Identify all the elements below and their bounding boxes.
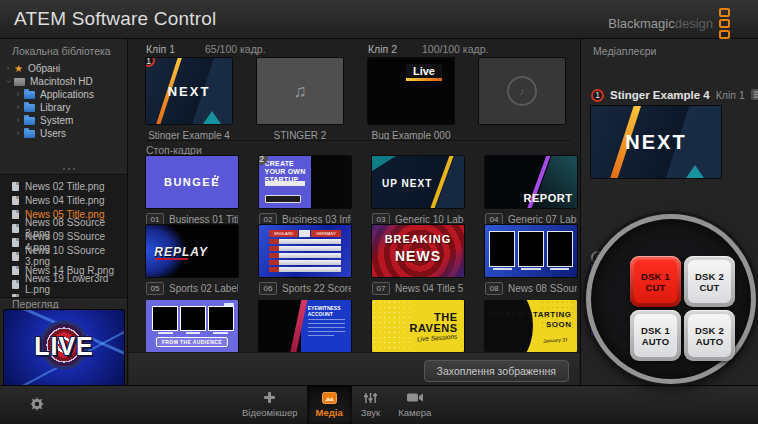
player-menu-icon[interactable] <box>751 86 758 104</box>
media-players-title: Медіаплеєри <box>593 45 657 57</box>
app-title: ATEM Software Control <box>14 8 216 30</box>
chevron-right-icon[interactable]: › <box>14 114 22 127</box>
camera-icon <box>407 391 423 404</box>
gear-icon[interactable] <box>30 397 44 415</box>
still-07[interactable]: BREAKING NEWS 07 News 04 Title 5 <box>372 225 464 294</box>
live-text: LIVE <box>4 332 124 361</box>
file-item[interactable]: News 19 Lower3rd L.png <box>0 277 127 291</box>
still-04[interactable]: REPORT 04 Generic 07 Label_Fr... <box>485 156 577 225</box>
still-02[interactable]: CREATE YOUR OWN STARTUP 2 02 Business 03… <box>259 156 351 225</box>
tab-camera[interactable]: Камера <box>389 386 440 424</box>
tree-item-macintosh-hd[interactable]: › Macintosh HD <box>0 75 127 88</box>
clip2-frames: 100/100 кадр. <box>422 43 488 55</box>
chevron-right-icon[interactable]: › <box>4 62 12 75</box>
star-icon: ★ <box>14 64 23 74</box>
stills-row-1: BUNGEE 01 Business 01 Title 5 CREATE YOU… <box>146 156 577 225</box>
tree-item-applications[interactable]: › Applications <box>0 88 127 101</box>
capture-image-button[interactable]: Захоплення зображення <box>424 360 569 382</box>
player1-source: Кліп 1 <box>716 89 745 101</box>
audio-faders-icon <box>364 391 377 404</box>
file-icon <box>12 224 19 233</box>
clip1-video-slot[interactable]: NEXT 1 Stinger Example 4 <box>146 58 232 141</box>
tree-item-library[interactable]: › Library <box>0 101 127 114</box>
title-bar: ATEM Software Control Blackmagicdesign <box>0 0 758 39</box>
dsk2-cut-button[interactable]: DSK 2 CUT <box>684 256 735 307</box>
file-icon <box>12 266 19 275</box>
tree-item-favorites[interactable]: › ★ Обрані <box>0 62 127 75</box>
chevron-right-icon[interactable]: › <box>14 101 22 114</box>
still-number: 04 <box>485 213 503 226</box>
media-player-1-header: 1 Stinger Example 4 Кліп 1 <box>591 86 750 104</box>
clip1-label: Кліп 1 <box>146 43 175 55</box>
splitter-grip[interactable] <box>0 166 127 172</box>
section-divider <box>146 140 571 141</box>
still-06[interactable]: ENGLAND GERMANY 06 Sports 22 Score 5 <box>259 225 351 294</box>
chevron-right-icon[interactable]: › <box>14 88 22 101</box>
tab-audio[interactable]: Звук <box>352 386 389 424</box>
preview-image: LIVE <box>4 310 124 386</box>
still-number: 03 <box>372 213 390 226</box>
file-item[interactable]: News 02 Title.png <box>0 179 127 193</box>
file-icon <box>12 196 19 205</box>
mixer-icon <box>263 391 276 404</box>
media-pool-footer: Захоплення зображення <box>129 352 579 387</box>
file-item[interactable]: News 04 Title.png <box>0 193 127 207</box>
still-number: 02 <box>259 213 277 226</box>
library-title: Локальна бібліотека <box>12 45 111 57</box>
file-icon <box>12 238 19 247</box>
still-number: 01 <box>146 213 164 226</box>
tab-switcher[interactable]: Відеомікшер <box>233 386 307 424</box>
tab-media[interactable]: Медіа <box>307 386 352 424</box>
mode-tabs: Відеомікшер Медіа Звук Камера <box>233 386 440 424</box>
player1-thumbnail[interactable]: NEXT <box>591 106 721 178</box>
preview-title: Перегляд <box>12 298 59 310</box>
tree-item-system[interactable]: › System <box>0 114 127 127</box>
clip1-audio-slot[interactable]: ♫ STINGER 2 <box>257 58 343 141</box>
still-number: 06 <box>259 282 277 295</box>
still-12[interactable]: STREAM STARTING SOON January 31 <box>485 300 577 352</box>
chevron-right-icon[interactable]: › <box>14 127 22 140</box>
media-pool: Кліп 1 65/100 кадр. Кліп 2 100/100 кадр.… <box>129 38 579 386</box>
music-note-icon: ♫ <box>293 81 307 102</box>
still-number: 07 <box>372 282 390 295</box>
mode-bar: Відеомікшер Медіа Звук Камера <box>0 385 758 424</box>
live-bug-graphic: Live <box>406 64 442 81</box>
folder-icon <box>24 104 35 112</box>
player1-name: Stinger Example 4 <box>610 89 710 101</box>
folder-icon <box>24 130 35 138</box>
file-icon <box>12 182 19 191</box>
clip2-label: Кліп 2 <box>368 43 397 55</box>
dsk-button-grid: DSK 1 CUT DSK 2 CUT DSK 1 AUTO DSK 2 AUT… <box>630 256 735 361</box>
clip2-audio-slot[interactable]: ♪ <box>479 58 565 141</box>
stills-row-2: REPLAY 05 Sports 02 Label_Fra... ENGLAND… <box>146 225 577 294</box>
still-01[interactable]: BUNGEE 01 Business 01 Title 5 <box>146 156 238 225</box>
clip1-frames: 65/100 кадр. <box>205 43 266 55</box>
folder-icon <box>24 91 35 99</box>
chevron-down-icon[interactable]: › <box>2 78 15 86</box>
tree-item-users[interactable]: › Users <box>0 127 127 140</box>
dsk2-auto-button[interactable]: DSK 2 AUTO <box>684 310 735 361</box>
dsk1-auto-button[interactable]: DSK 1 AUTO <box>630 310 681 361</box>
file-list: News 02 Title.png News 04 Title.png News… <box>0 174 127 298</box>
still-11[interactable]: THE RAVENS Live Sessions <box>372 300 464 352</box>
library-tree: › ★ Обрані › Macintosh HD › Applications… <box>0 62 127 140</box>
clip2-video-slot[interactable]: Live Bug Example 000 <box>368 58 454 141</box>
brand-logo: Blackmagicdesign <box>608 8 730 39</box>
dsk-highlight-circle: DSK 1 CUT DSK 2 CUT DSK 1 AUTO DSK 2 AUT… <box>586 214 756 384</box>
still-09[interactable]: FROM THE AUDIENCE <box>146 300 238 352</box>
still-05[interactable]: REPLAY 05 Sports 02 Label_Fra... <box>146 225 238 294</box>
brand-wordmark: Blackmagicdesign <box>608 16 713 31</box>
media-icon <box>322 391 337 404</box>
dsk1-cut-button[interactable]: DSK 1 CUT <box>630 256 681 307</box>
still-10[interactable]: EYEWITNESS ACCOUNT <box>259 300 351 352</box>
next-text: NEXT <box>146 84 232 99</box>
still-08[interactable]: 08 News 08 SSource 5 <box>485 225 577 294</box>
stills-row-3: FROM THE AUDIENCE EYEWITNESS ACCOUNT THE… <box>146 300 577 352</box>
file-icon <box>12 280 19 289</box>
file-item[interactable]: News 10 SSource 3.png <box>0 249 127 263</box>
still-03[interactable]: UP NEXT 03 Generic 10 Label_Fr... <box>372 156 464 225</box>
brand-logo-icon <box>719 8 730 39</box>
drive-icon <box>14 78 25 86</box>
audio-placeholder-icon: ♪ <box>507 76 537 106</box>
still-number: 08 <box>485 282 503 295</box>
